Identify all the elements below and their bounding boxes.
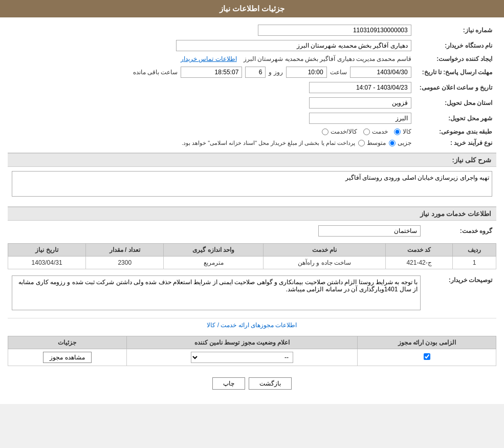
deadline-days-input[interactable] (245, 67, 266, 78)
deadline-date-input[interactable] (350, 67, 411, 78)
general-desc-textarea[interactable]: تهیه واجرای زیرسازی خیابان اصلی ورودی رو… (12, 171, 492, 197)
announce-input[interactable] (309, 82, 411, 93)
page-header: جزئیات اطلاعات نیاز (0, 0, 504, 17)
requester-value: قاسم محمدی مدیریت دهیاری آفاگیر بخش محمد… (244, 55, 411, 62)
service-name: ساخت جاده و راه‌آهن (264, 257, 386, 269)
need-number-label: شماره نیاز: (415, 23, 496, 38)
service-group-table: گروه خدمت: (8, 223, 496, 239)
permits-table: الزامی بودن ارائه مجوز اعلام وضعیت مجوز … (8, 336, 496, 366)
permits-status-cell: -- (126, 349, 358, 366)
buyer-org-input[interactable] (176, 40, 411, 51)
deadline-label: مهلت ارسال پاسخ: تا تاریخ: (415, 65, 496, 80)
back-button[interactable]: بازگشت (249, 377, 292, 390)
service-qty: 2300 (86, 257, 164, 269)
buyer-org-label: نام دستگاه خریدار: (415, 38, 496, 53)
purchase-type-note: پرداخت تمام یا بخشی از مبلغ خریدار محل "… (182, 140, 355, 146)
col-name: نام خدمت (264, 244, 386, 257)
permits-section-link[interactable]: اطلاعات مجوزهای ارائه خدمت / کالا (207, 322, 297, 329)
remaining-time-input[interactable] (181, 67, 242, 78)
category-khedmat-label: خدمت (372, 128, 388, 135)
buyer-desc-label: توصیحات خریدار: (425, 273, 496, 314)
print-button[interactable]: چاپ (212, 377, 245, 390)
category-kala-radio[interactable] (394, 129, 401, 135)
category-khedmat-radio[interactable] (363, 129, 370, 135)
service-group-label: گروه خدمت: (425, 223, 496, 239)
purchase-jozi-label: جزیی (398, 139, 411, 146)
footer-buttons: بازگشت چاپ (8, 370, 496, 399)
province-input[interactable] (309, 97, 411, 109)
time-label: ساعت (330, 69, 347, 76)
category-kala-khedmat-label: کالا/خدمت (331, 128, 357, 135)
col-date: تاریخ نیاز (8, 244, 86, 257)
permits-mandatory-checkbox[interactable] (424, 353, 430, 360)
permits-col-details: جزئیات (8, 336, 127, 349)
contact-link[interactable]: اطلاعات تماس خریدار (181, 55, 237, 62)
permits-details-cell: مشاهده مجوز (8, 349, 127, 366)
remaining-label: ساعت باقی مانده (133, 69, 178, 76)
buyer-desc-textarea[interactable]: با توجه به شرایط روستا الزام داشتن صلاحی… (12, 275, 421, 310)
permits-col-status: اعلام وضعیت مجوز توسط نامین کننده (126, 336, 358, 349)
permits-status-select[interactable]: -- (191, 352, 293, 363)
permits-col-mandatory: الزامی بودن ارائه مجوز (358, 336, 496, 349)
permits-row: -- مشاهده مجوز (8, 349, 496, 366)
deadline-time-input[interactable] (286, 67, 327, 78)
service-date: 1403/04/31 (8, 257, 86, 269)
need-number-input[interactable] (258, 25, 411, 36)
view-permit-button[interactable]: مشاهده مجوز (43, 352, 91, 363)
category-kala-khedmat-radio[interactable] (322, 129, 328, 135)
services-title: اطلاعات خدمات مورد نیاز (420, 210, 491, 218)
category-label: طبقه بندی موضوعی: (415, 126, 496, 137)
purchase-motavaset-radio[interactable] (358, 140, 365, 146)
services-section-title: اطلاعات خدمات مورد نیاز (8, 206, 496, 221)
services-table: ردیف کد خدمت نام خدمت واحد اندازه گیری ت… (8, 243, 496, 269)
requester-label: ایجاد کننده درخواست: (415, 53, 496, 65)
page-title: جزئیات اطلاعات نیاز (220, 4, 284, 13)
purchase-jozi-radio[interactable] (389, 140, 396, 146)
city-input[interactable] (309, 113, 411, 124)
col-code: کد خدمت (386, 244, 453, 257)
info-table: شماره نیاز: نام دستگاه خریدار: ایجاد کنن… (8, 23, 496, 148)
permits-mandatory-cell (358, 349, 496, 366)
purchase-motavaset-label: متوسط (367, 139, 386, 146)
service-unit: مترمربع (164, 257, 264, 269)
category-radio-group: کالا خدمت کالا/خدمت (322, 128, 411, 135)
row-number: 1 (453, 257, 496, 269)
city-label: شهر محل تحویل: (415, 111, 496, 126)
col-unit: واحد اندازه گیری (164, 244, 264, 257)
buyer-desc-table: توصیحات خریدار: با توجه به شرایط روستا ا… (8, 273, 496, 314)
days-label: روز و (269, 69, 282, 76)
general-desc-section: شرح کلی نیاز: (8, 153, 496, 167)
purchase-type-label: نوع فرآیند خرید : (415, 137, 496, 148)
announce-label: تاریخ و ساعت اعلان عمومی: (415, 80, 496, 95)
general-desc-label: شرح کلی نیاز: (452, 156, 491, 164)
table-row: 1 ج-42-421 ساخت جاده و راه‌آهن مترمربع 2… (8, 257, 496, 269)
service-code: ج-42-421 (386, 257, 453, 269)
province-label: استان محل تحویل: (415, 95, 496, 111)
service-group-input[interactable] (318, 225, 421, 237)
category-kala-label: کالا (403, 128, 411, 135)
col-row: ردیف (453, 244, 496, 257)
col-qty: تعداد / مقدار (86, 244, 164, 257)
